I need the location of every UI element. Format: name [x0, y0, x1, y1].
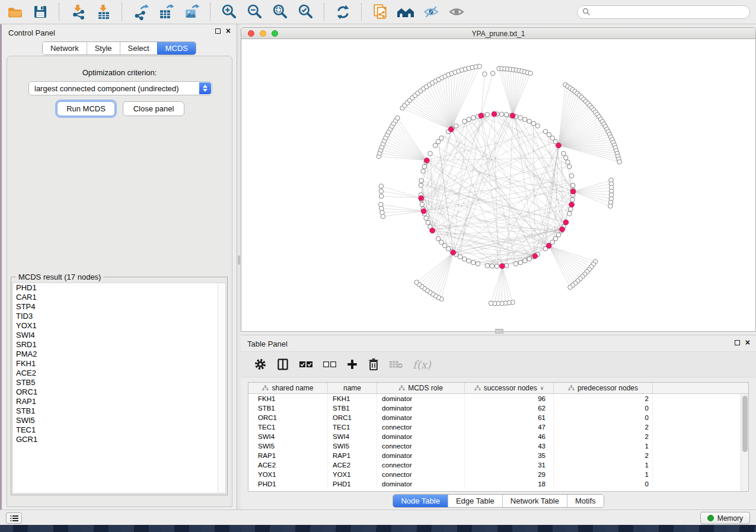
open-session-icon[interactable]: [6, 3, 24, 21]
desktop-background-strip: [0, 525, 756, 532]
network-window-title: YPA_prune.txt_1: [241, 30, 755, 38]
table-row[interactable]: ACE2ACE2connector311: [248, 460, 741, 470]
mcds-result-item[interactable]: GCR1: [13, 435, 225, 444]
apply-layout-icon[interactable]: [334, 3, 352, 21]
mcds-result-item[interactable]: CAR1: [13, 293, 225, 302]
export-network-icon[interactable]: [132, 3, 149, 21]
table-cell: 2: [554, 432, 653, 441]
import-table-icon[interactable]: [94, 3, 112, 21]
result-list-scrollbar[interactable]: [218, 283, 225, 493]
search-field[interactable]: [577, 5, 750, 19]
column-header-name[interactable]: name: [328, 383, 377, 393]
mcds-result-list[interactable]: PHD1CAR1STP4TID3YOX1SWI4SRD1PMA2FKH1ACE2…: [12, 283, 226, 493]
mcds-result-item[interactable]: YOX1: [13, 321, 225, 331]
column-header-MCDS-role[interactable]: MCDS role: [377, 383, 465, 393]
zoom-selected-icon[interactable]: [296, 3, 314, 21]
tab-motifs[interactable]: Motifs: [567, 495, 604, 507]
network-canvas[interactable]: [241, 39, 755, 331]
memory-button[interactable]: Memory: [700, 512, 750, 524]
mcds-result-item[interactable]: PMA2: [13, 350, 225, 359]
scrollbar-thumb[interactable]: [742, 396, 748, 452]
export-table-icon[interactable]: [157, 3, 175, 21]
show-column-panel-icon[interactable]: [276, 356, 289, 373]
hide-selected-eye-icon[interactable]: [422, 3, 440, 21]
add-column-icon[interactable]: [346, 356, 358, 373]
mcds-result-item[interactable]: SWI5: [13, 416, 225, 425]
network-graph[interactable]: [241, 39, 755, 331]
mcds-result-item[interactable]: SRD1: [13, 340, 225, 350]
table-row[interactable]: YOX1YOX1connector291: [248, 470, 741, 479]
tab-mcds[interactable]: MCDS: [157, 42, 196, 55]
first-neighbors-icon[interactable]: [397, 3, 414, 21]
mcds-result-item[interactable]: FKH1: [13, 359, 225, 368]
table-cell: 1: [554, 441, 653, 451]
table-cell: PHD1: [328, 479, 377, 489]
table-cell: connector: [377, 422, 465, 432]
table-cell: dominator: [377, 413, 465, 422]
control-panel: Control Panel × NetworkStyleSelectMCDS O…: [2, 24, 237, 509]
export-image-icon[interactable]: [183, 3, 200, 21]
horizontal-splitter-handle[interactable]: [495, 329, 503, 334]
close-table-panel-icon[interactable]: ×: [745, 339, 750, 345]
tab-style[interactable]: Style: [87, 42, 120, 55]
delete-table-icon[interactable]: [389, 356, 403, 373]
import-network-icon[interactable]: [69, 3, 87, 21]
network-view-window: YPA_prune.txt_1: [241, 27, 756, 332]
float-table-panel-icon[interactable]: [735, 340, 740, 345]
optimization-criterion-select[interactable]: largest connected component (undirected): [28, 81, 212, 95]
table-row[interactable]: TEC1TEC1connector472: [248, 422, 741, 432]
mcds-result-item[interactable]: RAP1: [13, 397, 225, 406]
table-cell: 2: [554, 422, 653, 432]
column-header-successor-nodes[interactable]: successor nodes∨: [465, 383, 554, 393]
table-row[interactable]: FKH1FKH1dominator962: [248, 394, 741, 403]
table-cell: dominator: [377, 403, 465, 413]
node-table-scrollbar[interactable]: [741, 394, 748, 491]
table-row[interactable]: STB1STB1dominator620: [248, 403, 741, 413]
mcds-result-item[interactable]: ACE2: [13, 368, 225, 378]
select-stepper-icon: [199, 82, 211, 94]
mcds-result-item[interactable]: SWI4: [13, 331, 225, 340]
optimization-criterion-label: Optimization criterion:: [7, 68, 232, 77]
show-all-eye-icon[interactable]: [448, 3, 465, 21]
mcds-result-item[interactable]: PHD1: [13, 283, 225, 293]
column-header-shared-name[interactable]: shared name: [248, 383, 328, 393]
search-input[interactable]: [594, 8, 745, 16]
select-all-columns-icon[interactable]: [299, 356, 313, 373]
toolbar-separator: [361, 3, 362, 21]
tab-select[interactable]: Select: [120, 42, 157, 55]
task-history-button[interactable]: [6, 512, 22, 524]
delete-columns-icon[interactable]: [368, 356, 379, 373]
table-settings-icon[interactable]: [254, 356, 267, 373]
close-panel-icon[interactable]: ×: [226, 28, 231, 34]
table-row[interactable]: PHD1PHD1dominator180: [248, 479, 741, 489]
table-row[interactable]: ORC1ORC1dominator610: [248, 413, 741, 422]
table-row[interactable]: SWI4SWI4dominator462: [248, 432, 741, 441]
network-document-icon[interactable]: [371, 3, 389, 21]
network-window-titlebar[interactable]: YPA_prune.txt_1: [241, 28, 755, 39]
tab-edge-table[interactable]: Edge Table: [448, 495, 502, 507]
table-cell: SWI5: [248, 441, 328, 451]
mcds-result-item[interactable]: TID3: [13, 312, 225, 321]
column-header-predecessor-nodes[interactable]: predecessor nodes: [554, 383, 653, 393]
deselect-all-columns-icon[interactable]: [323, 356, 337, 373]
mcds-result-item[interactable]: TEC1: [13, 425, 225, 435]
mcds-result-item[interactable]: ORC1: [13, 387, 225, 397]
zoom-in-icon[interactable]: [220, 3, 238, 21]
table-row[interactable]: SWI5SWI5connector431: [248, 441, 741, 451]
zoom-fit-icon[interactable]: [271, 3, 289, 21]
float-panel-icon[interactable]: [215, 28, 221, 34]
tab-network-table[interactable]: Network Table: [502, 495, 567, 507]
save-session-icon[interactable]: [31, 3, 49, 21]
function-builder-icon[interactable]: f(x): [413, 358, 431, 371]
mcds-result-item[interactable]: STB5: [13, 378, 225, 387]
table-row[interactable]: RAP1RAP1dominator352: [248, 451, 741, 460]
splitter-handle[interactable]: [238, 255, 240, 265]
mcds-result-item[interactable]: STB1: [13, 406, 225, 416]
close-panel-button[interactable]: Close panel: [123, 101, 184, 116]
node-table[interactable]: shared namenameMCDS rolesuccessor nodes∨…: [248, 382, 749, 492]
tab-node-table[interactable]: Node Table: [393, 495, 448, 507]
zoom-out-icon[interactable]: [245, 3, 263, 21]
run-mcds-button[interactable]: Run MCDS: [57, 101, 115, 116]
tab-network[interactable]: Network: [43, 42, 87, 55]
mcds-result-item[interactable]: STP4: [13, 302, 225, 312]
